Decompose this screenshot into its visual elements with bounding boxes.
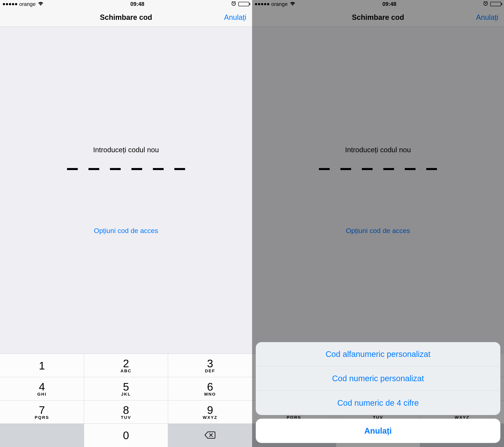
signal-strength-icon bbox=[3, 3, 17, 5]
action-sheet-cancel[interactable]: Anulați bbox=[256, 419, 501, 443]
keypad-8[interactable]: 8TUV bbox=[84, 400, 168, 424]
passcode-body: Introduceți codul nou Opțiuni cod de acc… bbox=[0, 27, 252, 354]
screen-passcode-options-sheet: orange 09:48 Schimbare cod Anulați Intro… bbox=[252, 0, 504, 447]
cancel-button[interactable]: Anulați bbox=[224, 13, 246, 22]
keypad-5[interactable]: 5JKL bbox=[84, 377, 168, 400]
keypad-empty bbox=[0, 424, 84, 447]
numeric-keypad: 1 2ABC 3DEF 4GHI 5JKL 6MNO 7PQRS 8TUV 9W… bbox=[0, 354, 252, 447]
keypad-backspace[interactable] bbox=[168, 424, 252, 447]
passcode-options-link[interactable]: Opțiuni cod de acces bbox=[94, 227, 158, 235]
backspace-icon bbox=[204, 431, 216, 440]
keypad-7[interactable]: 7PQRS bbox=[0, 400, 84, 424]
keypad-2[interactable]: 2ABC bbox=[84, 354, 168, 377]
keypad-3[interactable]: 3DEF bbox=[168, 354, 252, 377]
page-title: Schimbare cod bbox=[100, 13, 152, 22]
screen-passcode-entry: orange 09:48 Schimbare cod Anulați Intro… bbox=[0, 0, 252, 447]
option-alphanumeric[interactable]: Cod alfanumeric personalizat bbox=[256, 342, 501, 366]
option-custom-numeric[interactable]: Cod numeric personalizat bbox=[256, 366, 501, 391]
nav-bar: Schimbare cod Anulați bbox=[0, 8, 252, 27]
keypad-6[interactable]: 6MNO bbox=[168, 377, 252, 400]
status-bar: orange 09:48 bbox=[0, 0, 252, 8]
keypad-0[interactable]: 0 bbox=[84, 424, 168, 447]
passcode-prompt: Introduceți codul nou bbox=[93, 146, 159, 154]
action-sheet-options: Cod alfanumeric personalizat Cod numeric… bbox=[256, 342, 501, 415]
keypad-4[interactable]: 4GHI bbox=[0, 377, 84, 400]
passcode-dashes bbox=[67, 168, 185, 170]
carrier-label: orange bbox=[19, 1, 36, 7]
alarm-icon bbox=[231, 1, 236, 7]
option-4-digit[interactable]: Cod numeric de 4 cifre bbox=[256, 391, 501, 415]
clock-label: 09:48 bbox=[130, 1, 144, 7]
keypad-9[interactable]: 9WXYZ bbox=[168, 400, 252, 424]
action-sheet: Cod alfanumeric personalizat Cod numeric… bbox=[256, 342, 501, 443]
battery-icon bbox=[238, 2, 249, 6]
wifi-icon bbox=[38, 1, 44, 7]
keypad-1[interactable]: 1 bbox=[0, 354, 84, 377]
